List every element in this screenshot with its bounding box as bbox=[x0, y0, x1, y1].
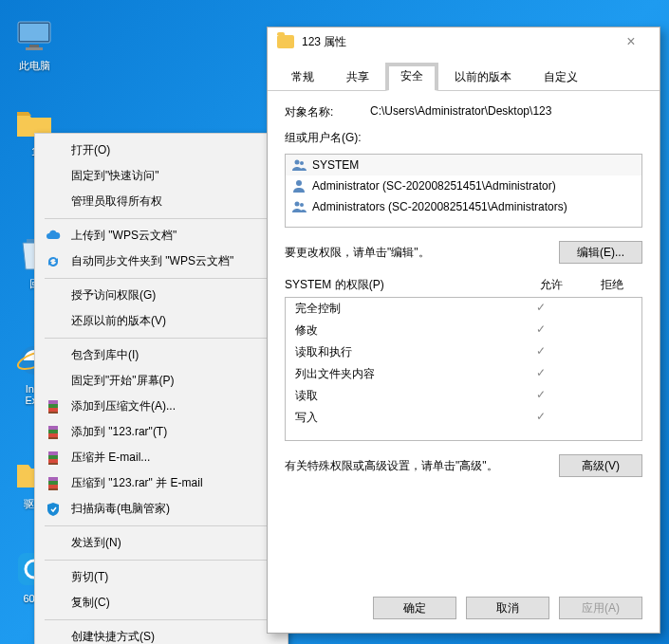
apply-button[interactable]: 应用(A) bbox=[559, 597, 642, 619]
folder-icon bbox=[277, 35, 294, 48]
shield-icon bbox=[45, 501, 62, 518]
svg-rect-22 bbox=[48, 481, 58, 485]
menu-item[interactable]: 还原以前的版本(V) bbox=[37, 308, 286, 334]
desktop-icon-label: 此电脑 bbox=[8, 59, 61, 73]
dialog-titlebar: 123 属性 × bbox=[268, 28, 660, 56]
edit-button[interactable]: 编辑(E)... bbox=[559, 241, 642, 264]
group-users-label: 组或用户名(G): bbox=[285, 130, 642, 146]
svg-rect-15 bbox=[48, 433, 58, 437]
advanced-hint: 有关特殊权限或高级设置，请单击"高级"。 bbox=[285, 458, 559, 474]
permission-row: 修改✓ bbox=[286, 320, 641, 341]
menu-item[interactable]: 压缩并 E-mail... bbox=[37, 445, 286, 470]
svg-rect-3 bbox=[26, 47, 43, 50]
permission-name: 读取 bbox=[295, 388, 511, 404]
desktop-icon-this-pc[interactable]: 此电脑 bbox=[8, 17, 61, 73]
menu-item-label: 管理员取得所有权 bbox=[71, 193, 162, 210]
menu-item-label: 打开(O) bbox=[71, 142, 110, 158]
monitor-icon bbox=[15, 17, 53, 55]
menu-item-label: 复制(C) bbox=[71, 595, 110, 611]
menu-item[interactable]: 添加到压缩文件(A)... bbox=[37, 394, 286, 419]
permission-row: 读取✓ bbox=[286, 385, 641, 407]
deny-check-icon bbox=[571, 344, 632, 360]
sync-icon bbox=[45, 253, 62, 270]
group-icon bbox=[291, 199, 307, 214]
menu-item[interactable]: 上传到 "WPS云文档" bbox=[37, 223, 286, 248]
menu-item[interactable]: 授予访问权限(G)▶ bbox=[37, 283, 286, 308]
permission-row: 写入✓ bbox=[286, 407, 641, 429]
user-list-item[interactable]: SYSTEM bbox=[286, 155, 641, 175]
tab-常规[interactable]: 常规 bbox=[275, 63, 330, 91]
cloud-icon bbox=[45, 228, 62, 245]
svg-point-25 bbox=[300, 161, 304, 165]
permission-name: 修改 bbox=[295, 322, 511, 339]
permission-name: 读取和执行 bbox=[295, 344, 511, 360]
menu-item-label: 自动同步文件夹到 "WPS云文档" bbox=[71, 253, 233, 269]
advanced-button[interactable]: 高级(V) bbox=[559, 454, 642, 477]
allow-check-icon: ✓ bbox=[511, 301, 571, 317]
menu-item-label: 发送到(N) bbox=[71, 535, 121, 551]
ok-button[interactable]: 确定 bbox=[373, 597, 456, 619]
menu-item-label: 包含到库中(I) bbox=[71, 347, 139, 363]
deny-check-icon bbox=[571, 366, 632, 382]
group-icon bbox=[291, 157, 307, 173]
menu-item[interactable]: 添加到 "123.rar"(T) bbox=[37, 419, 286, 445]
menu-item[interactable]: 剪切(T) bbox=[37, 564, 286, 590]
user-list-item[interactable]: Administrators (SC-202008251451\Administ… bbox=[286, 196, 641, 217]
user-icon bbox=[291, 178, 307, 193]
permission-name: 写入 bbox=[295, 410, 511, 426]
tab-共享[interactable]: 共享 bbox=[330, 63, 385, 91]
permission-name: 完全控制 bbox=[295, 301, 511, 317]
menu-item-label: 还原以前的版本(V) bbox=[71, 313, 166, 329]
svg-rect-14 bbox=[48, 430, 58, 433]
permission-name: 列出文件夹内容 bbox=[295, 366, 511, 382]
menu-item[interactable]: 固定到"快速访问" bbox=[37, 163, 286, 189]
svg-point-28 bbox=[300, 203, 304, 207]
menu-item[interactable]: 自动同步文件夹到 "WPS云文档" bbox=[37, 248, 286, 274]
svg-point-24 bbox=[295, 160, 300, 165]
deny-header: 拒绝 bbox=[582, 277, 642, 293]
allow-check-icon: ✓ bbox=[511, 344, 571, 360]
menu-item[interactable]: 创建快捷方式(S) bbox=[37, 624, 286, 644]
deny-check-icon bbox=[571, 322, 632, 339]
user-name: SYSTEM bbox=[312, 158, 359, 172]
permission-row: 完全控制✓ bbox=[286, 298, 641, 320]
menu-item-label: 压缩并 E-mail... bbox=[71, 450, 150, 466]
user-list-item[interactable]: Administrator (SC-202008251451\Administr… bbox=[286, 175, 641, 196]
menu-item[interactable]: 复制(C) bbox=[37, 590, 286, 616]
menu-item[interactable]: 扫描病毒(电脑管家) bbox=[37, 496, 286, 522]
user-name: Administrator (SC-202008251451\Administr… bbox=[312, 179, 556, 193]
allow-header: 允许 bbox=[521, 277, 582, 293]
svg-rect-18 bbox=[48, 455, 58, 459]
cancel-button[interactable]: 取消 bbox=[466, 597, 549, 619]
properties-dialog: 123 属性 × 常规共享安全以前的版本自定义 对象名称: C:\Users\A… bbox=[267, 27, 660, 634]
svg-rect-21 bbox=[48, 477, 58, 481]
menu-item[interactable]: 包含到库中(I)▶ bbox=[37, 342, 286, 368]
tab-以前的版本[interactable]: 以前的版本 bbox=[438, 63, 528, 91]
svg-rect-17 bbox=[48, 451, 58, 455]
menu-item[interactable]: 发送到(N)▶ bbox=[37, 530, 286, 556]
menu-item-label: 压缩到 "123.rar" 并 E-mail bbox=[71, 475, 203, 491]
allow-check-icon: ✓ bbox=[511, 366, 571, 382]
rar-icon bbox=[45, 450, 62, 467]
context-menu: 打开(O)固定到"快速访问"管理员取得所有权上传到 "WPS云文档"自动同步文件… bbox=[34, 133, 288, 644]
menu-item[interactable]: 打开(O) bbox=[37, 138, 286, 163]
menu-item[interactable]: 压缩到 "123.rar" 并 E-mail bbox=[37, 470, 286, 496]
menu-item-label: 添加到 "123.rar"(T) bbox=[71, 424, 167, 440]
menu-item-label: 授予访问权限(G) bbox=[71, 287, 156, 304]
svg-rect-19 bbox=[48, 459, 58, 463]
tab-自定义[interactable]: 自定义 bbox=[528, 63, 594, 91]
rar-icon bbox=[45, 398, 62, 415]
allow-check-icon: ✓ bbox=[511, 322, 571, 339]
svg-rect-11 bbox=[48, 408, 58, 412]
dialog-body: 对象名称: C:\Users\Administrator\Desktop\123… bbox=[268, 91, 660, 500]
menu-item[interactable]: 管理员取得所有权 bbox=[37, 189, 286, 214]
menu-item[interactable]: 固定到"开始"屏幕(P) bbox=[37, 368, 286, 394]
tab-安全[interactable]: 安全 bbox=[385, 63, 438, 91]
svg-point-27 bbox=[295, 202, 300, 207]
menu-item-label: 扫描病毒(电脑管家) bbox=[71, 501, 170, 517]
svg-point-26 bbox=[296, 180, 302, 186]
users-listbox[interactable]: SYSTEMAdministrator (SC-202008251451\Adm… bbox=[285, 154, 642, 228]
dialog-footer: 确定 取消 应用(A) bbox=[373, 597, 642, 619]
allow-check-icon: ✓ bbox=[511, 388, 571, 404]
close-icon[interactable]: × bbox=[612, 33, 650, 50]
